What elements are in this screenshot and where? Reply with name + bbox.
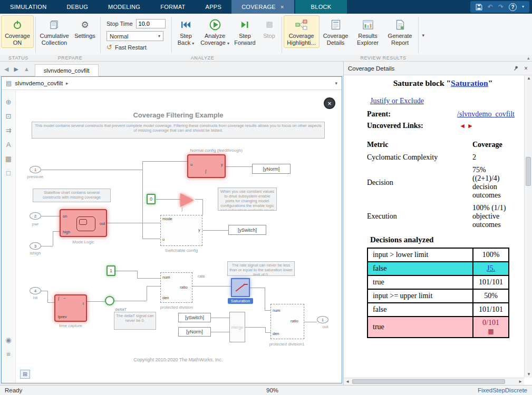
- scroll-up-icon[interactable]: ▲: [527, 76, 531, 81]
- review-results-more-button[interactable]: ▾: [420, 22, 427, 48]
- protected-division-block[interactable]: numdenratio: [160, 272, 192, 303]
- generate-report-button[interactable]: GenerateReport: [384, 15, 417, 48]
- tab-label: FORMAT: [160, 4, 185, 10]
- horizontal-scroll-thumb[interactable]: [352, 379, 505, 384]
- saturation-block[interactable]: [231, 278, 250, 297]
- vertical-scrollbar[interactable]: ▲ ▼: [524, 75, 532, 378]
- nav-forward-icon[interactable]: ▶: [14, 66, 18, 73]
- signal-line: [87, 301, 105, 302]
- yswitch-goto-block[interactable]: [ySwitch]: [228, 225, 266, 235]
- close-panel-icon[interactable]: ×: [524, 65, 528, 72]
- justify-or-exclude-link[interactable]: Justify or Exclude: [370, 97, 424, 105]
- step-forward-button[interactable]: StepForward: [231, 15, 259, 48]
- stop-button[interactable]: Stop: [259, 15, 280, 41]
- protected-division-label: protected division: [150, 305, 203, 310]
- time-capture-block[interactable]: ∫~ttprev: [54, 294, 87, 322]
- uncovered-links-label: Uncovered Links:: [367, 122, 423, 130]
- model-canvas[interactable]: ⊞ ×Coverage Filtering ExampleThis model …: [16, 90, 342, 383]
- solver-badge[interactable]: FixedStepDiscrete: [478, 387, 527, 393]
- signal-routing-icon[interactable]: ⇉: [6, 127, 12, 134]
- fast-restart-toggle[interactable]: ↺ Fast Restart: [107, 44, 166, 51]
- sum-block[interactable]: [105, 296, 114, 305]
- tab-label: COVERAGE: [241, 4, 276, 10]
- zoom-icon[interactable]: ⊕: [6, 98, 12, 105]
- select-area-icon[interactable]: □: [6, 170, 11, 176]
- step-back-button[interactable]: StepBack ▾: [173, 15, 199, 48]
- help-icon[interactable]: ?: [509, 3, 517, 11]
- scroll-left-icon[interactable]: ◄: [345, 380, 350, 384]
- sim-mode-select[interactable]: Normal ▾: [107, 31, 163, 41]
- inport-pwr[interactable]: 2: [30, 212, 41, 220]
- inport-ishigh[interactable]: 3: [30, 242, 41, 250]
- image-icon[interactable]: ▦: [5, 155, 12, 162]
- breadcrumb-dropdown-icon[interactable]: ▾: [335, 81, 337, 86]
- tab-format[interactable]: FORMAT: [150, 0, 195, 14]
- coverage-details-panel: Coverage Details × Saturate block "Satur…: [343, 62, 532, 385]
- stop-time-input[interactable]: [136, 19, 166, 28]
- constant-one-block[interactable]: 1: [107, 265, 115, 276]
- model-browser-icon[interactable]: ≡: [6, 351, 11, 358]
- next-uncovered-icon[interactable]: ►: [467, 123, 473, 129]
- vertical-scroll-thumb[interactable]: [526, 157, 531, 186]
- signal-line: [245, 327, 265, 328]
- signal-line: [265, 332, 270, 333]
- nav-up-icon[interactable]: ▲: [24, 66, 30, 73]
- justify-icon[interactable]: ▦: [488, 329, 494, 334]
- redo-icon[interactable]: ↷: [498, 4, 504, 10]
- nav-back-icon[interactable]: ◀: [4, 66, 8, 73]
- switchable-config-block[interactable]: modeyu: [160, 215, 202, 246]
- hide-explorer-bar-button[interactable]: ⊞: [20, 370, 30, 379]
- coverage-on-button[interactable]: CoverageON: [1, 15, 34, 48]
- scroll-down-icon[interactable]: ▼: [527, 372, 531, 377]
- tab-block[interactable]: BLOCK: [295, 0, 347, 14]
- scroll-right-icon[interactable]: ►: [518, 380, 523, 384]
- close-highlight-button[interactable]: ×: [324, 97, 335, 109]
- model-document-tab[interactable]: slvnvdemo_covfilt: [35, 64, 99, 76]
- tab-simulation[interactable]: SIMULATION: [0, 0, 56, 14]
- tab-debug[interactable]: DEBUG: [56, 0, 98, 14]
- horizontal-scrollbar[interactable]: ◄ ►: [344, 378, 524, 385]
- tab-coverage[interactable]: COVERAGE×: [231, 0, 294, 14]
- settings-button[interactable]: ⚙ Settings: [71, 15, 99, 41]
- coverage-highlighting-button[interactable]: CoverageHighlighti...: [284, 15, 320, 48]
- breadcrumb[interactable]: ▤ slvnvdemo_covfilt ▸ ▾: [2, 77, 342, 90]
- merge-block[interactable]: merge: [229, 312, 245, 342]
- inport-pressure[interactable]: 1: [30, 166, 41, 173]
- fit-view-icon[interactable]: ⊡: [6, 113, 12, 120]
- pin-icon[interactable]: [513, 65, 519, 71]
- inport-hit[interactable]: 4: [30, 287, 41, 294]
- section-label-review: REVIEW RESULTS: [299, 55, 467, 61]
- results-explorer-button[interactable]: ResultsExplorer: [352, 15, 384, 48]
- signal-line: [41, 291, 47, 291]
- normal-config-block[interactable]: uy∫: [187, 154, 226, 178]
- close-tab-icon[interactable]: ×: [280, 4, 284, 10]
- decision-value: J5.: [473, 262, 509, 275]
- prev-uncovered-icon[interactable]: ◄: [459, 123, 466, 129]
- saturation-link[interactable]: Saturation: [451, 78, 488, 87]
- annotation-icon[interactable]: A: [6, 141, 11, 148]
- yswitch-from-block[interactable]: [ySwitch]: [178, 313, 211, 322]
- protected-division1-block[interactable]: numdenratio: [270, 304, 304, 339]
- quick-access-toolbar: ↶ ↷ ? ▾: [470, 1, 529, 13]
- mode-logic-block[interactable]: onhighout: [60, 209, 107, 237]
- toolbar-dropdown-icon[interactable]: ▾: [522, 5, 524, 9]
- cumulative-collection-button[interactable]: CumulativeCollection: [37, 15, 71, 48]
- editor-frame: ▤ slvnvdemo_covfilt ▸ ▾ ⊕⊡⇉A▦□ ◉≡ ⊞ ×Cov…: [1, 76, 342, 383]
- signal-line: [202, 230, 228, 231]
- record-icon[interactable]: ◉: [5, 337, 11, 343]
- coverage-details-button[interactable]: CoverageDetails: [320, 15, 352, 48]
- tab-apps[interactable]: APPS: [196, 0, 232, 14]
- tab-modeling[interactable]: MODELING: [98, 0, 150, 14]
- outport-out[interactable]: 1: [317, 316, 328, 323]
- decision-link[interactable]: J5.: [487, 264, 495, 272]
- signal-line: [142, 170, 143, 239]
- undo-icon[interactable]: ↶: [488, 4, 493, 10]
- ynorm-goto-block[interactable]: [yNorm]: [252, 164, 291, 174]
- ynorm-from-block[interactable]: [yNorm]: [178, 327, 211, 337]
- save-icon[interactable]: [476, 4, 482, 11]
- constant-zero-block[interactable]: 0: [147, 194, 156, 204]
- collapse-ribbon-icon[interactable]: ▴: [527, 55, 530, 61]
- analyze-coverage-button[interactable]: AnalyzeCoverage ▾: [199, 15, 231, 48]
- parent-link[interactable]: /slvnvdemo_covfilt: [457, 110, 515, 118]
- enable-gain-block[interactable]: [180, 193, 194, 207]
